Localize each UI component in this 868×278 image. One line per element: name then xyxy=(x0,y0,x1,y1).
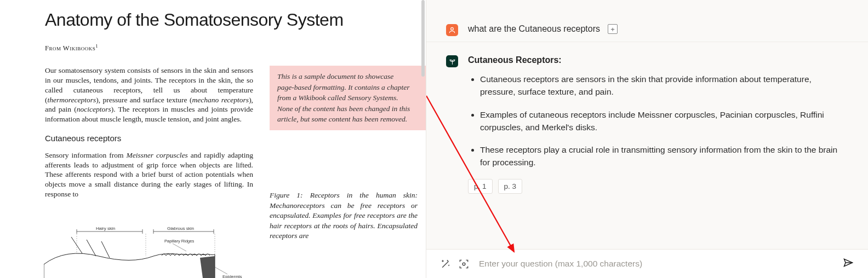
svg-line-18 xyxy=(173,244,186,251)
svg-point-26 xyxy=(462,263,465,265)
svg-line-17 xyxy=(101,241,110,258)
chat-input[interactable] xyxy=(479,259,833,269)
doc-left-column: Our somatosensory system consists of sen… xyxy=(45,66,253,241)
magic-icon[interactable] xyxy=(441,259,451,269)
svg-text:Glabrous skin: Glabrous skin xyxy=(167,226,194,231)
page-ref-chip[interactable]: p. 1 xyxy=(468,179,493,194)
document-pane: Anatomy of the Somatosensory System From… xyxy=(0,0,426,278)
scan-icon[interactable] xyxy=(459,259,469,269)
answer-list: Cutaneous receptors are sensors in the s… xyxy=(468,73,848,169)
svg-line-19 xyxy=(215,267,227,274)
send-icon[interactable] xyxy=(843,257,854,270)
doc-subheading: Cutaneous receptors xyxy=(45,133,253,144)
answer-item: Cutaneous receptors are sensors in the s… xyxy=(480,73,848,99)
svg-point-25 xyxy=(451,27,454,30)
page-refs: p. 1 p. 3 xyxy=(468,179,848,194)
skin-diagram: Hairy skin Glabrous skin Papillary Ridge… xyxy=(44,226,247,278)
doc-para-1: Our somatosensory system consists of sen… xyxy=(45,66,253,124)
doc-source: From Wikibooks1 xyxy=(45,43,426,53)
expand-icon[interactable]: + xyxy=(608,24,618,34)
svg-line-16 xyxy=(87,240,96,256)
doc-figure-caption: Figure 1: Receptors in the human skin: M… xyxy=(270,190,418,241)
doc-scrollbar[interactable] xyxy=(421,0,425,77)
sprout-icon xyxy=(449,58,456,65)
answer-title: Cutaneous Receptors: xyxy=(468,55,848,65)
chat-user-message: what are the Cutaneous receptors + xyxy=(426,0,868,42)
chat-scroll[interactable]: what are the Cutaneous receptors + Cutan… xyxy=(426,0,868,249)
svg-text:Hairy skin: Hairy skin xyxy=(96,226,115,231)
user-avatar xyxy=(446,24,458,36)
svg-text:Papillary Ridges: Papillary Ridges xyxy=(164,239,194,244)
chat-input-bar xyxy=(426,249,868,278)
svg-text:Epidermis: Epidermis xyxy=(222,274,242,278)
doc-sample-note: This is a sample document to showcase pa… xyxy=(270,66,426,130)
chat-pane: what are the Cutaneous receptors + Cutan… xyxy=(426,0,868,278)
user-question-text: what are the Cutaneous receptors xyxy=(468,24,600,34)
person-icon xyxy=(448,26,456,34)
answer-item: These receptors play a crucial role in t… xyxy=(480,143,848,169)
doc-para-2: Sensory information from Meissner corpus… xyxy=(45,150,253,199)
ai-avatar xyxy=(446,55,458,67)
svg-line-15 xyxy=(71,237,82,253)
answer-item: Examples of cutaneous receptors include … xyxy=(480,108,848,134)
page-ref-chip[interactable]: p. 3 xyxy=(498,179,523,194)
doc-title: Anatomy of the Somatosensory System xyxy=(45,10,426,30)
chat-ai-message: Cutaneous Receptors: Cutaneous receptors… xyxy=(426,42,868,199)
doc-right-column: This is a sample document to showcase pa… xyxy=(270,66,418,241)
